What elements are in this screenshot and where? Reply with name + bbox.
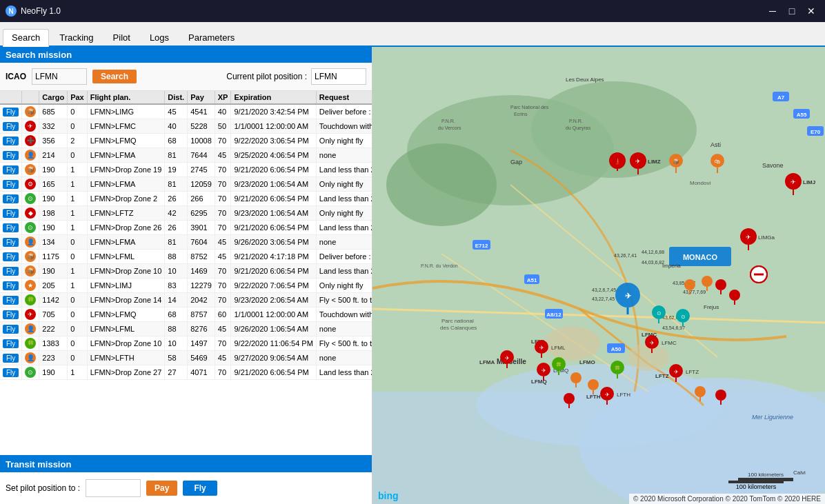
fly-cell[interactable]: Fly <box>0 119 22 134</box>
fly-row-button[interactable]: Fly <box>3 267 19 276</box>
fly-row-button[interactable]: Fly <box>3 209 19 218</box>
fly-cell[interactable]: Fly <box>0 235 22 250</box>
fly-cell[interactable]: Fly <box>0 308 22 322</box>
fly-cell[interactable]: Fly <box>0 104 22 119</box>
pay-cell: 266 <box>188 192 215 206</box>
cargo-cell: 205 <box>39 279 68 293</box>
fly-cell[interactable]: Fly <box>0 293 22 308</box>
dist-cell: 19 <box>165 163 188 177</box>
icon-cell: ➕ <box>22 134 39 148</box>
fly-cell[interactable]: Fly <box>0 279 22 293</box>
request-cell: Fly < 500 ft. to the D <box>316 293 372 308</box>
maximize-button[interactable]: □ <box>784 4 800 18</box>
fly-row-button[interactable]: Fly <box>3 151 19 160</box>
pilot-position-input[interactable] <box>311 68 366 85</box>
dist-cell: 26 <box>165 192 188 206</box>
xp-cell: 45 <box>215 148 231 163</box>
fly-cell[interactable]: Fly <box>0 148 22 163</box>
pay-cell: 12279 <box>188 279 215 293</box>
fly-row-button[interactable]: Fly <box>3 165 19 174</box>
svg-point-103 <box>715 279 726 290</box>
search-button[interactable]: Search <box>92 70 137 83</box>
map-area[interactable]: MONACO Gap Asti Savone Imperia Marseille… <box>372 47 825 504</box>
table-row: Fly 📦 685 0 LFMN>LIMG 45 4541 40 9/21/20… <box>0 104 372 119</box>
fly-cell[interactable]: Fly <box>0 336 22 351</box>
svg-text:100 kilometers: 100 kilometers <box>748 472 784 478</box>
svg-text:43,22,7,45: 43,22,7,45 <box>592 296 615 301</box>
fly-row-button[interactable]: Fly <box>3 108 19 117</box>
svg-text:Savone: Savone <box>762 162 784 169</box>
tab-tracking[interactable]: Tracking <box>50 29 102 46</box>
svg-text:Imperia: Imperia <box>662 263 681 269</box>
pax-cell: 1 <box>68 365 88 380</box>
fly-row-button[interactable]: Fly <box>3 310 19 319</box>
fly-cell[interactable]: Fly <box>0 264 22 279</box>
transit-section: Transit mission Set pilot position to : … <box>0 455 372 504</box>
fly-cell[interactable]: Fly <box>0 206 22 221</box>
pay-cell: 2745 <box>188 163 215 177</box>
cargo-cell: 134 <box>39 235 68 250</box>
fly-row-button[interactable]: Fly <box>3 137 19 145</box>
fly-cell[interactable]: Fly <box>0 177 22 192</box>
pax-cell: 1 <box>68 264 88 279</box>
flight-cell: LFMN>LIMJ <box>87 279 165 293</box>
pay-button[interactable]: Pay <box>146 481 177 496</box>
svg-text:LFTZ: LFTZ <box>686 369 699 375</box>
svg-text:📦: 📦 <box>673 158 679 165</box>
svg-point-89 <box>570 372 582 383</box>
fly-row-button[interactable]: Fly <box>3 339 19 348</box>
fly-row-button[interactable]: Fly <box>3 325 19 334</box>
xp-cell: 40 <box>215 104 231 119</box>
fly-row-button[interactable]: Fly <box>3 354 19 363</box>
icon-cell: ⚙ <box>22 177 39 192</box>
fly-cell[interactable]: Fly <box>0 163 22 177</box>
xp-cell: 70 <box>215 365 231 380</box>
request-cell: Land less than 2 n.m <box>316 221 372 235</box>
request-cell: Land less than 2 n.m <box>316 264 372 279</box>
svg-text:⊙: ⊙ <box>681 314 686 320</box>
fly-row-button[interactable]: Fly <box>3 296 19 305</box>
fly-cell[interactable]: Fly <box>0 192 22 206</box>
svg-text:Mer Ligurienne: Mer Ligurienne <box>752 414 793 421</box>
mission-table-container[interactable]: Cargo Pax Flight plan. Dist. Pay XP Expi… <box>0 91 372 455</box>
xp-cell: 60 <box>215 308 231 322</box>
xp-cell: 45 <box>215 235 231 250</box>
fly-row-button[interactable]: Fly <box>3 223 19 232</box>
tab-pilot[interactable]: Pilot <box>104 29 139 46</box>
minimize-button[interactable]: ─ <box>764 4 781 18</box>
pax-cell: 2 <box>68 134 88 148</box>
expiration-cell: 9/23/2020 2:06:54 AM <box>231 293 316 308</box>
tab-search[interactable]: Search <box>3 29 49 47</box>
fly-cell[interactable]: Fly <box>0 351 22 365</box>
tab-logs[interactable]: Logs <box>141 29 178 46</box>
svg-text:du Queyras: du Queyras <box>566 125 591 131</box>
cargo-cell: 214 <box>39 148 68 163</box>
fly-row-button[interactable]: Fly <box>3 122 19 131</box>
icon-cell: 👤 <box>22 322 39 336</box>
transit-position-input[interactable] <box>86 479 141 497</box>
pax-cell: 0 <box>68 293 88 308</box>
expiration-cell: 9/21/2020 6:06:54 PM <box>231 221 316 235</box>
expiration-cell: 9/21/2020 6:06:54 PM <box>231 264 316 279</box>
fly-cell[interactable]: Fly <box>0 322 22 336</box>
close-button[interactable]: ✕ <box>803 4 819 18</box>
xp-cell: 45 <box>215 250 231 264</box>
tab-parameters[interactable]: Parameters <box>179 29 243 46</box>
dist-cell: 81 <box>165 235 188 250</box>
fly-button[interactable]: Fly <box>183 481 217 496</box>
fly-cell[interactable]: Fly <box>0 134 22 148</box>
fly-row-button[interactable]: Fly <box>3 194 19 203</box>
fly-row-button[interactable]: Fly <box>3 180 19 189</box>
icao-input[interactable] <box>32 68 87 85</box>
table-row: Fly 📦 1175 0 LFMN>LFML 88 8752 45 9/21/2… <box>0 250 372 264</box>
cargo-cell: 165 <box>39 177 68 192</box>
fly-cell[interactable]: Fly <box>0 250 22 264</box>
fly-row-button[interactable]: Fly <box>3 281 19 290</box>
fly-row-button[interactable]: Fly <box>3 252 19 261</box>
col-expiration: Expiration <box>231 91 316 104</box>
fly-row-button[interactable]: Fly <box>3 368 19 377</box>
fly-cell[interactable]: Fly <box>0 365 22 380</box>
flight-cell: LFMN>LFML <box>87 322 165 336</box>
fly-cell[interactable]: Fly <box>0 221 22 235</box>
fly-row-button[interactable]: Fly <box>3 238 19 247</box>
